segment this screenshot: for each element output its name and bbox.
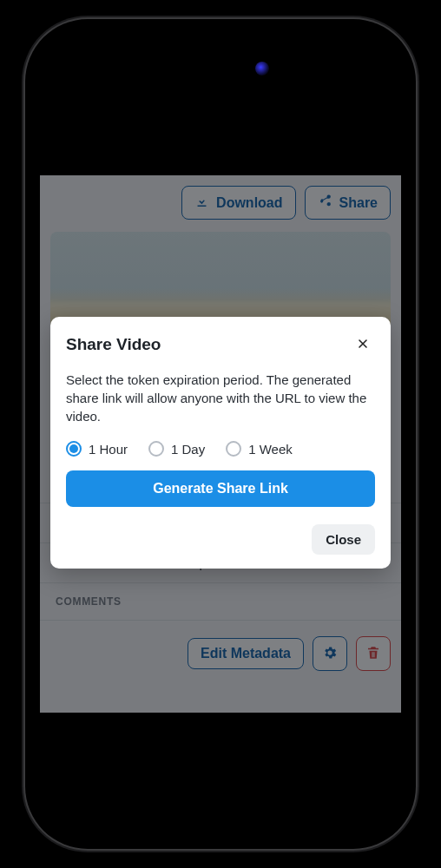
screen: Download Share Horse Rozette Van 't Heik… [40,34,401,834]
radio-label: 1 Hour [89,442,128,457]
radio-icon [226,441,241,457]
generate-share-link-button[interactable]: Generate Share Link [66,470,375,507]
dynamic-island [160,51,281,86]
modal-footer: Close [66,524,375,555]
radio-label: 1 Week [248,442,293,457]
share-video-modal: Share Video Select the token expiration … [50,317,391,569]
radio-icon [66,441,82,457]
radio-1-hour[interactable]: 1 Hour [66,441,128,457]
modal-close-button[interactable] [351,332,375,357]
modal-title: Share Video [66,335,161,354]
radio-1-day[interactable]: 1 Day [148,441,205,457]
radio-label: 1 Day [171,442,205,457]
modal-header: Share Video [66,332,375,357]
app-viewport: Download Share Horse Rozette Van 't Heik… [40,175,401,713]
modal-close-footer-button[interactable]: Close [312,524,375,555]
phone-frame: Download Share Horse Rozette Van 't Heik… [25,19,416,849]
radio-1-week[interactable]: 1 Week [226,441,293,457]
close-icon [356,337,370,353]
expiration-radio-group: 1 Hour 1 Day 1 Week [66,441,375,457]
modal-description: Select the token expiration period. The … [66,371,375,425]
radio-icon [148,441,164,457]
